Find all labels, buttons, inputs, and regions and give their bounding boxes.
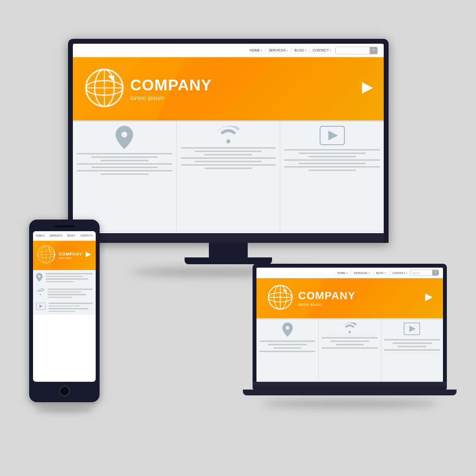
laptop-hero: COMPANY lorem ipsum (256, 278, 443, 318)
phone-text-line (48, 297, 72, 298)
phone-text-line (49, 303, 93, 304)
nav-contact[interactable]: CONTACT ▾ (313, 49, 331, 52)
text-line (77, 153, 172, 154)
laptop-wifi-icon (342, 323, 357, 335)
nav-services[interactable]: SERVICES ▾ (269, 49, 288, 52)
desktop-device: HOME ▾ SERVICES ▾ BLOG ▾ (68, 39, 389, 277)
laptop-location-icon (282, 323, 293, 339)
laptop-search-box[interactable]: Search... ? (410, 270, 439, 276)
text-line (91, 167, 158, 168)
location-icon (116, 126, 133, 151)
svg-point-10 (42, 246, 51, 263)
laptop-video-icon (404, 323, 420, 337)
phone-nav-services[interactable]: SERVICES ▾ (50, 235, 63, 237)
globe-icon (83, 66, 126, 112)
text-line (336, 344, 364, 345)
phone-hero-text: COMPANY lorem ipsum (59, 252, 83, 259)
phone-text-line (46, 273, 93, 274)
text-line (268, 344, 307, 345)
text-line (195, 151, 262, 152)
monitor-base (185, 257, 272, 264)
laptop-nav-services[interactable]: SERVICES ▾ (354, 272, 370, 274)
hero-tagline: lorem ipsum (130, 94, 212, 102)
phone-tagline: lorem ipsum (59, 256, 83, 259)
nav-blog[interactable]: BLOG ▾ (294, 49, 306, 52)
text-line (308, 170, 356, 171)
text-line (101, 173, 148, 175)
nav-divider (351, 271, 351, 275)
contact-dropdown-icon: ▾ (330, 49, 331, 52)
laptop-col-location (256, 320, 319, 381)
phone-device: HOME ▾ SERVICES ▾ BLOG ▾ CONTACT ▾ (29, 220, 100, 413)
phone-text-line (48, 291, 82, 293)
content-col-video (280, 122, 384, 232)
phone-hero: COMPANY lorem ipsum (33, 241, 96, 270)
laptop-nav: HOME ▾ SERVICES ▾ BLOG ▾ (256, 268, 443, 278)
phone-screen: HOME ▾ SERVICES ▾ BLOG ▾ CONTACT ▾ (33, 231, 96, 382)
text-line (299, 163, 366, 164)
phone-next-button[interactable] (85, 251, 92, 260)
phone-text-group (48, 289, 93, 298)
text-line (77, 163, 172, 165)
phone-nav-contact[interactable]: CONTACT ▾ (80, 235, 93, 237)
nav-divider-3 (309, 48, 310, 53)
phone-text-line (49, 308, 88, 309)
text-line (330, 340, 370, 342)
search-box[interactable]: ? (335, 47, 378, 54)
phone-nav-blog[interactable]: BLOG ▾ (68, 235, 76, 237)
phone-text-line (46, 278, 88, 280)
text-line (195, 161, 262, 162)
text-line (299, 153, 366, 154)
phone-shadow (35, 406, 94, 413)
phone-video-icon (36, 303, 46, 312)
laptop-nav-links: HOME ▾ SERVICES ▾ BLOG ▾ (337, 271, 408, 275)
laptop-nav-contact[interactable]: CONTACT ▾ (392, 272, 408, 274)
text-line (284, 159, 380, 161)
phone-text-line (49, 311, 75, 312)
phone-home-button[interactable] (59, 386, 70, 396)
monitor-neck (209, 243, 248, 257)
text-line (273, 347, 302, 349)
text-line (101, 160, 148, 161)
svg-marker-24 (425, 293, 432, 301)
text-line (384, 349, 440, 351)
laptop-next-button[interactable] (424, 292, 433, 304)
monitor-stand (73, 233, 384, 243)
search-button[interactable]: ? (370, 47, 377, 54)
hero-next-button[interactable] (359, 81, 374, 97)
laptop-services-dropdown-icon: ▾ (369, 272, 370, 274)
laptop-content (256, 318, 443, 381)
phone-content-row-location (36, 273, 93, 284)
scene: HOME ▾ SERVICES ▾ BLOG ▾ (29, 39, 447, 437)
nav-divider (373, 271, 374, 275)
laptop-globe-icon (266, 283, 294, 313)
nav-home[interactable]: HOME ▾ (250, 49, 262, 52)
text-line (322, 337, 377, 339)
phone-wifi-icon (36, 289, 45, 297)
laptop-nav-home[interactable]: HOME ▾ (337, 272, 348, 274)
text-line (392, 342, 432, 344)
desktop-content (73, 120, 384, 232)
phone-text-group (49, 303, 93, 312)
svg-point-9 (37, 246, 54, 263)
hero-company-name: COMPANY (130, 76, 212, 94)
phone-content (33, 270, 96, 315)
text-line (259, 351, 315, 352)
search-input[interactable] (336, 47, 370, 54)
svg-marker-14 (48, 249, 51, 252)
wifi-icon (217, 126, 240, 145)
text-line (91, 156, 158, 158)
laptop-search-button[interactable]: ? (432, 270, 439, 276)
laptop-search-input[interactable]: Search... (410, 270, 432, 275)
laptop-contact-dropdown-icon: ▾ (406, 272, 408, 274)
svg-marker-17 (39, 305, 43, 308)
phone-nav: HOME ▾ SERVICES ▾ BLOG ▾ CONTACT ▾ (33, 231, 96, 241)
text-line (308, 156, 356, 157)
laptop-shadow (262, 399, 437, 408)
desktop-nav-links: HOME ▾ SERVICES ▾ BLOG ▾ (250, 48, 331, 53)
phone-nav-home[interactable]: HOME ▾ (36, 235, 45, 237)
svg-point-11 (37, 251, 54, 258)
laptop-device: HOME ▾ SERVICES ▾ BLOG ▾ (253, 264, 447, 408)
laptop-nav-blog[interactable]: BLOG ▾ (376, 272, 386, 274)
nav-divider-2 (291, 48, 291, 53)
